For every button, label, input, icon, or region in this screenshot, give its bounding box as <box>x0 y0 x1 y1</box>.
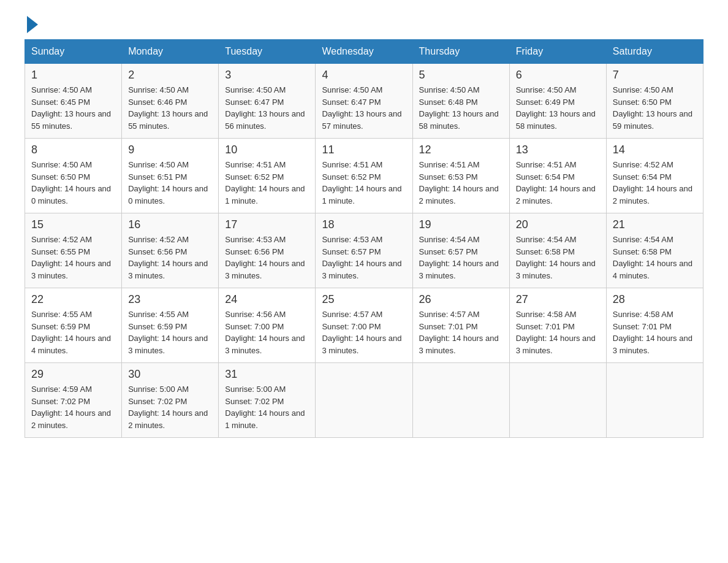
day-number: 8 <box>31 144 115 156</box>
calendar-day-cell: 13 Sunrise: 4:51 AMSunset: 6:54 PMDaylig… <box>509 139 606 213</box>
calendar-day-cell: 10 Sunrise: 4:51 AMSunset: 6:52 PMDaylig… <box>219 139 316 213</box>
calendar-day-cell: 21 Sunrise: 4:54 AMSunset: 6:58 PMDaylig… <box>606 213 703 288</box>
calendar-day-cell <box>509 363 606 438</box>
day-info: Sunrise: 4:53 AMSunset: 6:57 PMDaylight:… <box>322 235 401 280</box>
day-number: 7 <box>613 69 697 82</box>
day-info: Sunrise: 4:51 AMSunset: 6:53 PMDaylight:… <box>419 160 499 205</box>
day-info: Sunrise: 4:55 AMSunset: 6:59 PMDaylight:… <box>31 310 111 355</box>
day-number: 2 <box>128 69 212 82</box>
calendar-day-cell: 5 Sunrise: 4:50 AMSunset: 6:48 PMDayligh… <box>412 64 509 139</box>
day-info: Sunrise: 4:50 AMSunset: 6:48 PMDaylight:… <box>419 85 499 131</box>
day-number: 20 <box>516 218 600 231</box>
day-info: Sunrise: 4:57 AMSunset: 7:01 PMDaylight:… <box>419 310 499 355</box>
day-number: 31 <box>225 368 309 381</box>
weekday-header-saturday: Saturday <box>606 40 703 64</box>
calendar-day-cell: 9 Sunrise: 4:50 AMSunset: 6:51 PMDayligh… <box>122 139 219 213</box>
calendar-day-cell <box>412 363 509 438</box>
day-number: 19 <box>419 218 503 231</box>
day-number: 13 <box>516 144 600 156</box>
day-info: Sunrise: 4:50 AMSunset: 6:49 PMDaylight:… <box>516 85 596 131</box>
day-number: 25 <box>322 293 406 306</box>
day-info: Sunrise: 4:54 AMSunset: 6:58 PMDaylight:… <box>516 235 596 280</box>
calendar-day-cell: 3 Sunrise: 4:50 AMSunset: 6:47 PMDayligh… <box>219 64 316 139</box>
day-info: Sunrise: 4:50 AMSunset: 6:51 PMDaylight:… <box>128 160 208 205</box>
weekday-header-row: SundayMondayTuesdayWednesdayThursdayFrid… <box>25 40 703 64</box>
day-info: Sunrise: 4:56 AMSunset: 7:00 PMDaylight:… <box>225 310 305 355</box>
calendar-day-cell: 20 Sunrise: 4:54 AMSunset: 6:58 PMDaylig… <box>509 213 606 288</box>
day-info: Sunrise: 4:58 AMSunset: 7:01 PMDaylight:… <box>516 310 596 355</box>
day-number: 3 <box>225 69 309 82</box>
day-info: Sunrise: 4:52 AMSunset: 6:56 PMDaylight:… <box>128 235 208 280</box>
calendar-day-cell: 6 Sunrise: 4:50 AMSunset: 6:49 PMDayligh… <box>509 64 606 139</box>
calendar-day-cell: 14 Sunrise: 4:52 AMSunset: 6:54 PMDaylig… <box>606 139 703 213</box>
calendar-day-cell <box>606 363 703 438</box>
day-number: 17 <box>225 218 309 231</box>
day-number: 21 <box>613 218 697 231</box>
calendar-day-cell: 26 Sunrise: 4:57 AMSunset: 7:01 PMDaylig… <box>412 288 509 363</box>
day-number: 4 <box>322 69 406 82</box>
calendar-day-cell: 16 Sunrise: 4:52 AMSunset: 6:56 PMDaylig… <box>122 213 219 288</box>
calendar-day-cell: 23 Sunrise: 4:55 AMSunset: 6:59 PMDaylig… <box>122 288 219 363</box>
day-info: Sunrise: 4:53 AMSunset: 6:56 PMDaylight:… <box>225 235 305 280</box>
day-info: Sunrise: 4:52 AMSunset: 6:55 PMDaylight:… <box>31 235 111 280</box>
day-number: 26 <box>419 293 503 306</box>
day-number: 18 <box>322 218 406 231</box>
calendar-week-row: 8 Sunrise: 4:50 AMSunset: 6:50 PMDayligh… <box>25 139 703 213</box>
calendar-day-cell: 1 Sunrise: 4:50 AMSunset: 6:45 PMDayligh… <box>25 64 122 139</box>
day-number: 14 <box>613 144 697 156</box>
day-number: 28 <box>613 293 697 306</box>
day-info: Sunrise: 4:54 AMSunset: 6:58 PMDaylight:… <box>613 235 692 280</box>
calendar-day-cell: 7 Sunrise: 4:50 AMSunset: 6:50 PMDayligh… <box>606 64 703 139</box>
day-info: Sunrise: 4:55 AMSunset: 6:59 PMDaylight:… <box>128 310 208 355</box>
day-number: 30 <box>128 368 212 381</box>
day-info: Sunrise: 4:54 AMSunset: 6:57 PMDaylight:… <box>419 235 499 280</box>
day-number: 24 <box>225 293 309 306</box>
day-info: Sunrise: 4:51 AMSunset: 6:54 PMDaylight:… <box>516 160 596 205</box>
day-number: 9 <box>128 144 212 156</box>
day-info: Sunrise: 5:00 AMSunset: 7:02 PMDaylight:… <box>225 385 305 430</box>
day-info: Sunrise: 4:50 AMSunset: 6:50 PMDaylight:… <box>31 160 111 205</box>
calendar-week-row: 1 Sunrise: 4:50 AMSunset: 6:45 PMDayligh… <box>25 64 703 139</box>
calendar-day-cell: 18 Sunrise: 4:53 AMSunset: 6:57 PMDaylig… <box>316 213 412 288</box>
weekday-header-tuesday: Tuesday <box>219 40 316 64</box>
day-number: 5 <box>419 69 503 82</box>
calendar-day-cell: 29 Sunrise: 4:59 AMSunset: 7:02 PMDaylig… <box>25 363 122 438</box>
day-info: Sunrise: 5:00 AMSunset: 7:02 PMDaylight:… <box>128 385 208 430</box>
calendar-week-row: 22 Sunrise: 4:55 AMSunset: 6:59 PMDaylig… <box>25 288 703 363</box>
weekday-header-wednesday: Wednesday <box>316 40 412 64</box>
day-number: 12 <box>419 144 503 156</box>
calendar-day-cell: 31 Sunrise: 5:00 AMSunset: 7:02 PMDaylig… <box>219 363 316 438</box>
calendar-day-cell: 24 Sunrise: 4:56 AMSunset: 7:00 PMDaylig… <box>219 288 316 363</box>
logo-arrow-icon <box>27 16 38 33</box>
calendar-table: SundayMondayTuesdayWednesdayThursdayFrid… <box>25 39 703 438</box>
weekday-header-thursday: Thursday <box>412 40 509 64</box>
day-info: Sunrise: 4:50 AMSunset: 6:45 PMDaylight:… <box>31 85 111 131</box>
day-number: 27 <box>516 293 600 306</box>
calendar-day-cell: 22 Sunrise: 4:55 AMSunset: 6:59 PMDaylig… <box>25 288 122 363</box>
weekday-header-sunday: Sunday <box>25 40 122 64</box>
calendar-day-cell: 11 Sunrise: 4:51 AMSunset: 6:52 PMDaylig… <box>316 139 412 213</box>
calendar-week-row: 15 Sunrise: 4:52 AMSunset: 6:55 PMDaylig… <box>25 213 703 288</box>
day-number: 22 <box>31 293 115 306</box>
day-info: Sunrise: 4:51 AMSunset: 6:52 PMDaylight:… <box>322 160 401 205</box>
day-number: 29 <box>31 368 115 381</box>
day-info: Sunrise: 4:52 AMSunset: 6:54 PMDaylight:… <box>613 160 692 205</box>
calendar-day-cell: 8 Sunrise: 4:50 AMSunset: 6:50 PMDayligh… <box>25 139 122 213</box>
day-number: 23 <box>128 293 212 306</box>
calendar-day-cell: 19 Sunrise: 4:54 AMSunset: 6:57 PMDaylig… <box>412 213 509 288</box>
calendar-day-cell: 12 Sunrise: 4:51 AMSunset: 6:53 PMDaylig… <box>412 139 509 213</box>
day-number: 6 <box>516 69 600 82</box>
day-info: Sunrise: 4:50 AMSunset: 6:46 PMDaylight:… <box>128 85 208 131</box>
page-header <box>25 18 703 33</box>
calendar-day-cell: 30 Sunrise: 5:00 AMSunset: 7:02 PMDaylig… <box>122 363 219 438</box>
day-number: 10 <box>225 144 309 156</box>
calendar-day-cell: 17 Sunrise: 4:53 AMSunset: 6:56 PMDaylig… <box>219 213 316 288</box>
day-info: Sunrise: 4:50 AMSunset: 6:47 PMDaylight:… <box>225 85 305 131</box>
calendar-day-cell <box>316 363 412 438</box>
day-number: 11 <box>322 144 406 156</box>
weekday-header-monday: Monday <box>122 40 219 64</box>
calendar-day-cell: 4 Sunrise: 4:50 AMSunset: 6:47 PMDayligh… <box>316 64 412 139</box>
calendar-day-cell: 2 Sunrise: 4:50 AMSunset: 6:46 PMDayligh… <box>122 64 219 139</box>
calendar-week-row: 29 Sunrise: 4:59 AMSunset: 7:02 PMDaylig… <box>25 363 703 438</box>
calendar-day-cell: 15 Sunrise: 4:52 AMSunset: 6:55 PMDaylig… <box>25 213 122 288</box>
